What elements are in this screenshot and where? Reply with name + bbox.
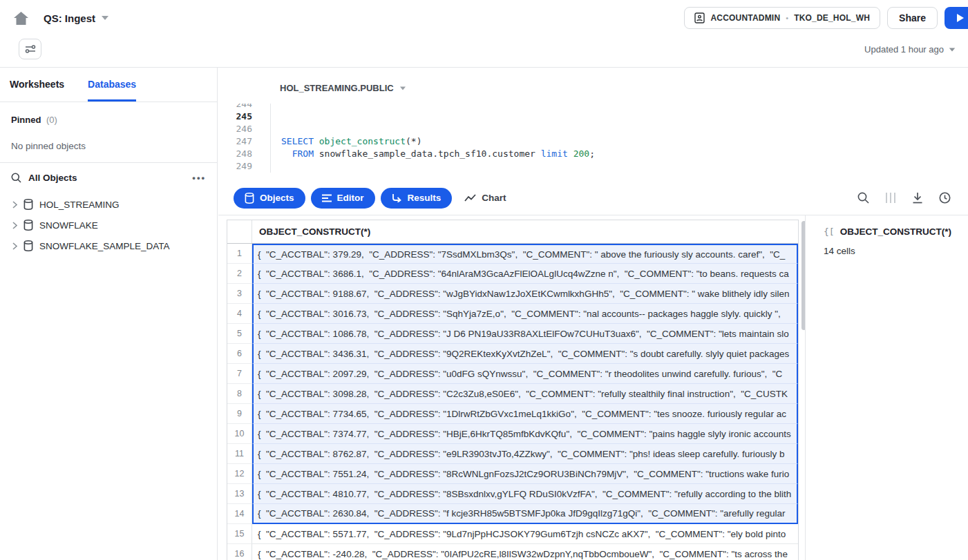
row-json-cell[interactable]: { "C_ACCTBAL": 8762.87, "C_ADDRESS": "e9… [252, 444, 798, 464]
selected-cells-count: 14 cells [824, 246, 968, 256]
columns-button[interactable] [885, 192, 896, 204]
row-json-cell[interactable]: { "C_ACCTBAL": -240.28, "C_ADDRESS": "0I… [252, 544, 798, 560]
chevron-right-icon[interactable] [12, 222, 17, 229]
row-json-cell[interactable]: { "C_ACCTBAL": 3436.31, "C_ADDRESS": "9Q… [252, 344, 798, 364]
chart-button[interactable]: Chart [457, 188, 513, 209]
editor-line[interactable]: 248 FROM snowflake_sample_data.tpch_sf10… [218, 148, 968, 160]
variant-type-icon: {[ [824, 226, 835, 237]
line-number: 245 [218, 110, 252, 123]
button-label: Editor [337, 193, 364, 203]
row-number: 10 [227, 424, 252, 444]
row-json-cell[interactable]: { "C_ACCTBAL": 7374.77, "C_ADDRESS": "HB… [252, 424, 798, 444]
role-warehouse-selector[interactable]: ACCOUNTADMIN • TKO_DE_HOL_WH [684, 7, 880, 29]
button-label: Objects [260, 193, 294, 203]
row-json-cell[interactable]: { "C_ACCTBAL": 9188.67, "C_ADDRESS": "wJ… [252, 284, 798, 304]
sidebar-item-hol_streaming[interactable]: HOL_STREAMING [0, 194, 217, 215]
editor-line[interactable]: 247SELECT object_construct(*) [218, 135, 968, 148]
row-json-cell[interactable]: { "C_ACCTBAL": 4810.77, "C_ADDRESS": "8S… [252, 484, 798, 504]
database-name: HOL_STREAMING [39, 200, 120, 210]
row-number: 4 [227, 304, 252, 324]
share-button[interactable]: Share [887, 7, 938, 29]
row-number: 1 [227, 244, 252, 264]
database-name: SNOWFLAKE_SAMPLE_DATA [39, 241, 170, 251]
code-line [270, 160, 968, 173]
table-row[interactable]: 4{ "C_ACCTBAL": 3016.73, "C_ADDRESS": "S… [227, 304, 798, 324]
chevron-right-icon[interactable] [12, 201, 17, 209]
search-results-button[interactable] [857, 192, 869, 204]
row-json-cell[interactable]: { "C_ACCTBAL": 2630.84, "C_ADDRESS": "f … [252, 504, 798, 524]
row-json-cell[interactable]: { "C_ACCTBAL": 3016.73, "C_ADDRESS": "Sq… [252, 304, 798, 324]
table-row[interactable]: 13{ "C_ACCTBAL": 4810.77, "C_ADDRESS": "… [227, 484, 798, 504]
pinned-count: (0) [46, 115, 57, 125]
return-arrow-icon [392, 193, 402, 202]
objects-button[interactable]: Objects [234, 188, 305, 209]
table-row[interactable]: 8{ "C_ACCTBAL": 3098.28, "C_ADDRESS": "C… [227, 384, 798, 404]
all-objects-row[interactable]: All Objects ••• [0, 163, 217, 193]
run-button[interactable] [945, 7, 968, 29]
code-line [270, 104, 968, 110]
line-number: 247 [218, 135, 252, 148]
sliders-icon [25, 44, 36, 54]
database-name: SNOWFLAKE [39, 220, 98, 231]
table-row[interactable]: 14{ "C_ACCTBAL": 2630.84, "C_ADDRESS": "… [227, 504, 798, 524]
table-row[interactable]: 11{ "C_ACCTBAL": 8762.87, "C_ADDRESS": "… [227, 444, 798, 464]
row-json-cell[interactable]: { "C_ACCTBAL": 7551.24, "C_ADDRESS": "8R… [252, 464, 798, 484]
chevron-down-icon [102, 16, 108, 20]
table-row[interactable]: 15{ "C_ACCTBAL": 5571.77, "C_ADDRESS": "… [227, 524, 798, 544]
schema-context-selector[interactable]: HOL_STREAMING.PUBLIC [280, 83, 406, 93]
download-results-button[interactable] [912, 192, 923, 204]
chevron-down-icon [949, 48, 956, 51]
code-line [270, 123, 968, 135]
database-icon [23, 220, 33, 231]
query-history-button[interactable] [939, 192, 951, 204]
table-row[interactable]: 3{ "C_ACCTBAL": 9188.67, "C_ADDRESS": "w… [227, 284, 798, 304]
editor-line[interactable]: 245 [218, 110, 968, 123]
row-number: 11 [227, 444, 252, 464]
filters-button[interactable] [19, 39, 41, 59]
row-json-cell[interactable]: { "C_ACCTBAL": 3686.1, "C_ADDRESS": "64n… [252, 264, 798, 284]
editor-line[interactable]: 244 [218, 104, 968, 110]
role-badge-icon [694, 12, 705, 23]
tab-worksheets[interactable]: Worksheets [10, 68, 64, 102]
no-pinned-text: No pinned objects [11, 141, 206, 151]
tab-databases[interactable]: Databases [88, 68, 136, 102]
editor-line[interactable]: 246 [218, 123, 968, 135]
table-row[interactable]: 5{ "C_ACCTBAL": 1086.78, "C_ADDRESS": "J… [227, 324, 798, 344]
editor-lines-icon [322, 194, 332, 202]
updated-status-dropdown[interactable]: Updated 1 hour ago [864, 44, 956, 55]
row-json-cell[interactable]: { "C_ACCTBAL": 379.29, "C_ADDRESS": "7Ss… [252, 244, 798, 264]
database-icon [23, 199, 33, 210]
chevron-right-icon[interactable] [12, 242, 17, 250]
sidebar-item-snowflake[interactable]: SNOWFLAKE [0, 215, 217, 235]
more-options-icon[interactable]: ••• [192, 173, 206, 183]
row-json-cell[interactable]: { "C_ACCTBAL": 7734.65, "C_ADDRESS": "1D… [252, 404, 798, 424]
sql-editor[interactable]: 244245246247SELECT object_construct(*)24… [218, 104, 968, 181]
table-row[interactable]: 9{ "C_ACCTBAL": 7734.65, "C_ADDRESS": "1… [227, 404, 798, 424]
table-row[interactable]: 1{ "C_ACCTBAL": 379.29, "C_ADDRESS": "7S… [227, 244, 798, 264]
editor-line[interactable]: 249 [218, 160, 968, 173]
table-row[interactable]: 2{ "C_ACCTBAL": 3686.1, "C_ADDRESS": "64… [227, 264, 798, 284]
results-button[interactable]: Results [381, 188, 453, 209]
row-number: 2 [227, 264, 252, 284]
row-json-cell[interactable]: { "C_ACCTBAL": 5571.77, "C_ADDRESS": "9L… [252, 524, 798, 544]
row-number: 5 [227, 324, 252, 344]
worksheet-title-dropdown[interactable]: QS: Ingest [44, 12, 108, 24]
row-json-cell[interactable]: { "C_ACCTBAL": 2097.29, "C_ADDRESS": "u0… [252, 364, 798, 384]
row-json-cell[interactable]: { "C_ACCTBAL": 1086.78, "C_ADDRESS": "J … [252, 324, 798, 344]
pinned-label: Pinned [11, 115, 41, 125]
row-json-cell[interactable]: { "C_ACCTBAL": 3098.28, "C_ADDRESS": "C2… [252, 384, 798, 404]
table-row[interactable]: 16{ "C_ACCTBAL": -240.28, "C_ADDRESS": "… [227, 544, 798, 560]
row-number: 7 [227, 364, 252, 384]
table-row[interactable]: 7{ "C_ACCTBAL": 2097.29, "C_ADDRESS": "u… [227, 364, 798, 384]
row-number: 13 [227, 484, 252, 504]
button-label: Chart [482, 193, 506, 203]
schema-context-label: HOL_STREAMING.PUBLIC [280, 83, 394, 93]
sidebar-item-snowflake_sample_data[interactable]: SNOWFLAKE_SAMPLE_DATA [0, 235, 217, 256]
home-button[interactable] [14, 12, 28, 25]
button-label: Results [408, 193, 442, 203]
table-row[interactable]: 12{ "C_ACCTBAL": 7551.24, "C_ADDRESS": "… [227, 464, 798, 484]
table-row[interactable]: 10{ "C_ACCTBAL": 7374.77, "C_ADDRESS": "… [227, 424, 798, 444]
column-header[interactable]: OBJECT_CONSTRUCT(*) [252, 220, 798, 243]
table-row[interactable]: 6{ "C_ACCTBAL": 3436.31, "C_ADDRESS": "9… [227, 344, 798, 364]
editor-button[interactable]: Editor [311, 188, 375, 209]
